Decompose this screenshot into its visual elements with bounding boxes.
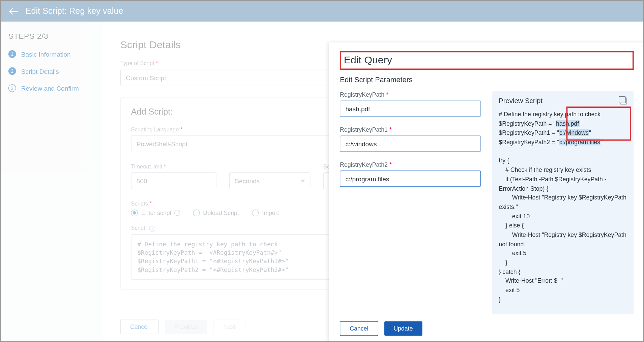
previous-button[interactable]: Previous [165, 319, 207, 334]
step-number-icon: 1 [8, 50, 16, 58]
step-number-icon: 2 [8, 67, 16, 75]
slideover-title: Edit Query [344, 54, 625, 66]
param-label-0: RegistryKeyPath [340, 91, 481, 98]
back-arrow-icon[interactable] [7, 5, 19, 17]
slideover-subtitle: Edit Script Parameters [340, 76, 634, 84]
slideover-title-highlight: Edit Query [340, 51, 634, 70]
radio-import-script[interactable]: Import [252, 210, 279, 216]
variables-highlight-box [566, 106, 632, 141]
steps-sidebar: STEPS 2/3 1 Basic Information 2 Script D… [1, 22, 103, 342]
step-label: Review and Confirm [21, 85, 79, 92]
radio-enter-script[interactable]: Enter scripti [131, 210, 180, 216]
slide-cancel-button[interactable]: Cancel [340, 321, 378, 336]
radio-icon [252, 210, 259, 216]
info-icon[interactable]: i [149, 225, 155, 231]
step-script-details[interactable]: 2 Script Details [8, 67, 95, 75]
timeout-input[interactable]: 500 [131, 172, 216, 189]
copy-icon[interactable] [620, 98, 627, 104]
param-input-registrykeypath2[interactable] [340, 170, 481, 187]
param-label-1: RegistryKeyPath1 [340, 126, 481, 133]
param-label-2: RegistryKeyPath2 [340, 161, 481, 168]
radio-icon [193, 210, 200, 216]
slide-update-button[interactable]: Update [384, 321, 422, 336]
preview-column: Preview Script # Define the registry key… [492, 91, 634, 315]
radio-icon [131, 210, 138, 216]
step-number-icon: 3 [8, 84, 16, 92]
info-icon[interactable]: i [174, 210, 180, 216]
page-title: Edit Script: Reg key value [25, 6, 123, 16]
edit-query-slideover: Edit Query Edit Script Parameters Regist… [329, 42, 644, 342]
parameters-column: RegistryKeyPath RegistryKeyPath1 Registr… [340, 91, 481, 315]
step-basic-info[interactable]: 1 Basic Information [8, 50, 95, 58]
steps-heading: STEPS 2/3 [8, 32, 95, 41]
step-review-confirm[interactable]: 3 Review and Confirm [8, 84, 95, 92]
next-button[interactable]: Next [213, 319, 245, 334]
param-input-registrykeypath[interactable] [340, 100, 481, 117]
preview-title: Preview Script [499, 97, 543, 105]
timeout-label: Timeout limit [131, 163, 216, 170]
step-label: Basic Information [21, 51, 71, 58]
timeout-unit-select[interactable]: Seconds [229, 172, 311, 189]
radio-upload-script[interactable]: Upload Script [193, 210, 239, 216]
cancel-button[interactable]: Cancel [120, 319, 159, 334]
param-input-registrykeypath1[interactable] [340, 135, 481, 152]
header-bar: Edit Script: Reg key value [1, 1, 644, 22]
step-label: Script Details [21, 67, 59, 75]
